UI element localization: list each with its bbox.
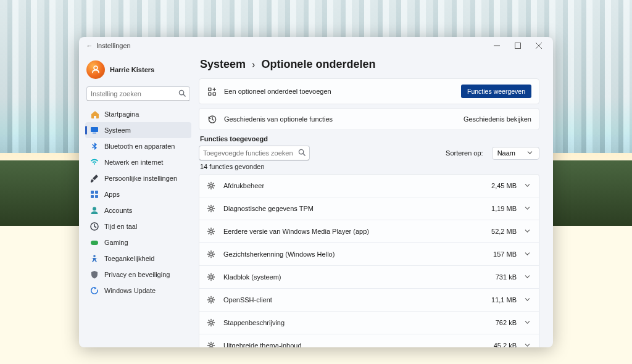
breadcrumb-parent[interactable]: Systeem — [200, 58, 246, 71]
sidebar-item-label: Privacy en beveiliging — [104, 271, 170, 278]
sidebar-item-clock[interactable]: Tijd en taal — [85, 218, 191, 234]
chevron-down-icon — [524, 317, 531, 328]
sidebar-item-label: Gaming — [104, 239, 128, 246]
maximize-button[interactable] — [507, 37, 528, 54]
person-icon — [90, 206, 99, 215]
sidebar: Harrie Kisters StartpaginaSysteemBluetoo… — [79, 54, 196, 347]
feature-row[interactable]: Stappenbeschrijving762 kB — [199, 311, 539, 334]
features-list: Afdrukbeheer2,45 MBDiagnostische gegeven… — [199, 174, 539, 347]
gear-icon — [207, 181, 216, 191]
system-icon — [90, 126, 99, 134]
chevron-down-icon — [524, 271, 531, 283]
search-icon — [178, 88, 186, 99]
sidebar-item-wifi[interactable]: Netwerk en internet — [85, 154, 191, 170]
feature-size: 11,1 MB — [488, 296, 517, 304]
gear-icon — [207, 227, 216, 236]
sidebar-search-input[interactable] — [91, 90, 178, 97]
page-title: Optionele onderdelen — [261, 58, 375, 71]
feature-size: 45,2 kB — [488, 342, 517, 347]
history-label: Geschiedenis van optionele functies — [224, 115, 456, 123]
gear-icon — [207, 296, 216, 305]
add-feature-label: Een optioneel onderdeel toevoegen — [224, 88, 454, 95]
gear-icon — [207, 318, 216, 328]
sidebar-item-label: Toegankelijkheid — [104, 255, 154, 262]
chevron-down-icon — [526, 149, 534, 157]
feature-row[interactable]: Uitgebreide thema-inhoud45,2 kB — [199, 334, 539, 347]
sidebar-item-home[interactable]: Startpagina — [85, 106, 191, 122]
feature-row[interactable]: Eerdere versie van Windows Media Player … — [199, 220, 539, 242]
gear-icon — [207, 250, 216, 259]
history-action: Geschiedenis bekijken — [464, 115, 531, 123]
gear-icon — [207, 273, 216, 282]
sort-label: Sorteren op: — [446, 149, 483, 157]
sidebar-item-game[interactable]: Gaming — [85, 234, 191, 250]
feature-size: 157 MB — [488, 250, 517, 258]
feature-name: Stappenbeschrijving — [223, 319, 481, 326]
breadcrumb: Systeem › Optionele onderdelen — [200, 58, 539, 71]
feature-row[interactable]: Gezichtsherkenning (Windows Hello)157 MB — [199, 242, 539, 265]
titlebar: ← Instellingen — [79, 37, 553, 54]
search-icon — [298, 147, 306, 159]
sidebar-search[interactable] — [86, 86, 190, 101]
feature-name: Diagnostische gegevens TPM — [223, 205, 481, 212]
sidebar-item-label: Tijd en taal — [104, 223, 137, 230]
feature-row[interactable]: Diagnostische gegevens TPM1,19 MB — [199, 197, 539, 220]
sidebar-item-label: Systeem — [104, 126, 131, 134]
sidebar-item-label: Apps — [104, 191, 120, 198]
features-heading: Functies toegevoegd — [200, 135, 539, 143]
game-icon — [90, 238, 99, 247]
main-panel: Systeem › Optionele onderdelen Een optio… — [196, 54, 553, 347]
sidebar-item-label: Accounts — [104, 207, 132, 214]
chevron-right-icon: › — [252, 59, 255, 70]
sidebar-item-apps[interactable]: Apps — [85, 186, 191, 202]
sidebar-item-system[interactable]: Systeem — [85, 122, 191, 138]
sidebar-item-access[interactable]: Toegankelijkheid — [85, 250, 191, 267]
feature-name: Uitgebreide thema-inhoud — [223, 342, 481, 347]
feature-size: 52,2 MB — [488, 228, 517, 235]
filter-bar: Sorteren op: Naam — [199, 146, 539, 160]
shield-icon — [90, 270, 99, 279]
feature-name: Kladblok (systeem) — [223, 273, 481, 281]
sidebar-item-brush[interactable]: Persoonlijke instellingen — [85, 170, 191, 186]
window-title: Instellingen — [96, 42, 131, 49]
sidebar-item-bluetooth[interactable]: Bluetooth en apparaten — [85, 138, 191, 154]
sort-value: Naam — [497, 149, 515, 157]
sidebar-item-label: Bluetooth en apparaten — [104, 143, 175, 150]
feature-size: 762 kB — [488, 319, 517, 326]
feature-row[interactable]: OpenSSH-client11,1 MB — [199, 288, 539, 311]
chevron-down-icon — [524, 249, 531, 260]
sidebar-item-person[interactable]: Accounts — [85, 202, 191, 218]
sidebar-item-update[interactable]: Windows Update — [85, 283, 191, 299]
features-search-input[interactable] — [203, 149, 298, 157]
sort-dropdown[interactable]: Naam — [492, 147, 539, 160]
chevron-down-icon — [524, 294, 531, 305]
add-feature-card: Een optioneel onderdeel toevoegen Functi… — [199, 78, 539, 104]
back-button[interactable]: ← — [83, 42, 96, 49]
feature-name: Afdrukbeheer — [223, 182, 481, 189]
wifi-icon — [90, 158, 99, 167]
sidebar-item-label: Startpagina — [104, 110, 139, 118]
feature-row[interactable]: Afdrukbeheer2,45 MB — [199, 175, 539, 197]
sidebar-item-shield[interactable]: Privacy en beveiliging — [85, 267, 191, 283]
sidebar-nav: StartpaginaSysteemBluetooth en apparaten… — [85, 106, 191, 299]
sidebar-item-label: Windows Update — [104, 287, 156, 294]
history-card[interactable]: Geschiedenis van optionele functies Gesc… — [199, 108, 539, 130]
access-icon — [90, 254, 99, 263]
feature-size: 1,19 MB — [488, 205, 517, 212]
features-search[interactable] — [199, 146, 310, 160]
profile[interactable]: Harrie Kisters — [85, 57, 191, 85]
home-icon — [90, 110, 99, 118]
view-features-button[interactable]: Functies weergeven — [461, 85, 531, 98]
chevron-down-icon — [524, 340, 531, 347]
add-component-icon — [207, 86, 217, 96]
close-button[interactable] — [528, 37, 549, 54]
feature-row[interactable]: Kladblok (systeem)731 kB — [199, 265, 539, 288]
feature-name: OpenSSH-client — [223, 296, 481, 304]
feature-name: Eerdere versie van Windows Media Player … — [223, 228, 481, 235]
chevron-down-icon — [524, 226, 531, 237]
settings-window: ← Instellingen Harrie Kisters Startpagin… — [79, 37, 553, 347]
features-count: 14 functies gevonden — [200, 163, 539, 170]
minimize-button[interactable] — [486, 37, 507, 54]
feature-size: 731 kB — [488, 273, 517, 281]
apps-icon — [90, 190, 99, 199]
